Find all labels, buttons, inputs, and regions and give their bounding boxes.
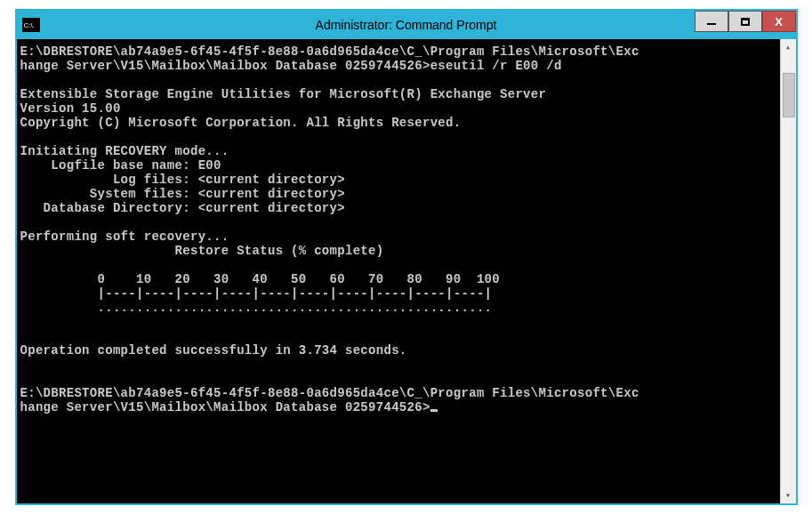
scroll-thumb[interactable]	[783, 73, 795, 117]
output-line: Operation completed successfully in 3.73…	[20, 343, 407, 358]
output-line: Restore Status (% complete)	[20, 244, 384, 258]
output-line: System files: <current directory>	[20, 187, 345, 201]
output-line: |----|----|----|----|----|----|----|----…	[20, 286, 493, 301]
output-line: Version 15.00	[20, 101, 121, 116]
output-line: hange Server\V15\Mailbox\Mailbox Databas…	[20, 59, 562, 73]
close-button[interactable]: X	[762, 11, 796, 32]
scroll-up-icon[interactable]: ▴	[781, 39, 796, 55]
cursor-icon	[430, 409, 438, 412]
output-line: Initiating RECOVERY mode...	[20, 144, 229, 158]
output-line: ........................................…	[20, 301, 493, 315]
vertical-scrollbar[interactable]: ▴ ▾	[780, 39, 796, 503]
output-line: E:\DBRESTORE\ab74a9e5-6f45-4f5f-8e88-0a6…	[20, 386, 639, 400]
output-line: Logfile base name: E00	[20, 158, 221, 173]
output-line: Database Directory: <current directory>	[20, 201, 345, 215]
output-line: Log files: <current directory>	[20, 173, 345, 187]
minimize-button[interactable]	[695, 11, 728, 32]
app-icon[interactable]: C:\.	[22, 18, 40, 32]
window-frame: C:\. Administrator: Command Prompt X E:\…	[15, 9, 798, 505]
output-line: Extensible Storage Engine Utilities for …	[20, 87, 547, 101]
output-line: Performing soft recovery...	[20, 229, 229, 244]
titlebar[interactable]: C:\. Administrator: Command Prompt X	[17, 11, 796, 39]
window-controls: X	[695, 11, 796, 32]
output-line: E:\DBRESTORE\ab74a9e5-6f45-4f5f-8e88-0a6…	[20, 44, 639, 59]
console-output[interactable]: E:\DBRESTORE\ab74a9e5-6f45-4f5f-8e88-0a6…	[17, 39, 780, 503]
output-line: 0 10 20 30 40 50 60 70 80 90 100	[20, 272, 500, 286]
window-title: Administrator: Command Prompt	[316, 18, 497, 32]
console-container: E:\DBRESTORE\ab74a9e5-6f45-4f5f-8e88-0a6…	[17, 39, 796, 503]
output-line: Copyright (C) Microsoft Corporation. All…	[20, 116, 462, 130]
maximize-button[interactable]	[728, 11, 762, 32]
scroll-down-icon[interactable]: ▾	[781, 487, 796, 503]
prompt-line: hange Server\V15\Mailbox\Mailbox Databas…	[20, 400, 430, 414]
